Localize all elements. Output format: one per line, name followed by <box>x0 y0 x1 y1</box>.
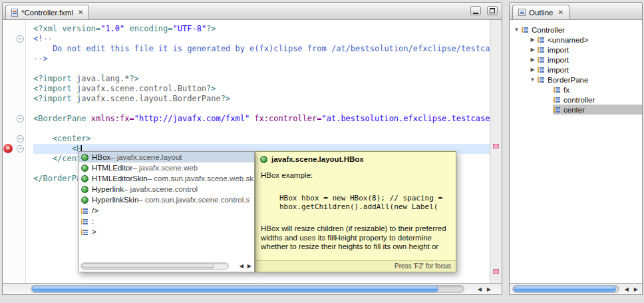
folding-ruler[interactable] <box>14 20 26 283</box>
error-icon[interactable]: ✕ <box>3 144 13 153</box>
code-token: ?> <box>130 74 139 83</box>
completion-detail: – com.sun.javafx.scene.web.sk <box>148 174 253 182</box>
fold-marker-icon[interactable] <box>17 35 24 43</box>
code-line[interactable]: Do not edit this file it is generated by… <box>33 44 490 54</box>
code-line[interactable] <box>33 64 490 74</box>
code-token: Do not edit this file it is generated by… <box>33 44 490 53</box>
editor-tab[interactable]: *Controller.fxml ✕ <box>5 5 89 19</box>
outline-item-fx[interactable]: fx <box>510 85 642 95</box>
minimize-button[interactable] <box>470 6 481 15</box>
element-icon <box>538 36 545 43</box>
outline-item-center[interactable]: center <box>510 105 642 115</box>
collapsed-arrow-icon[interactable]: ▶ <box>528 57 537 63</box>
scrollbar-thumb[interactable] <box>32 286 438 292</box>
annotation-ruler[interactable]: ✕ <box>3 20 14 283</box>
tab-close-icon[interactable]: ✕ <box>78 9 83 16</box>
code-token: <?import <box>33 74 72 83</box>
collapsed-arrow-icon[interactable]: ▶ <box>528 67 537 73</box>
completion-item[interactable]: HyperlinkSkin – com.sun.javafx.scene.con… <box>79 194 254 205</box>
code-token: "UTF-8" <box>173 24 207 33</box>
code-token: xmlns:fx= <box>86 114 134 123</box>
outline-item-controller[interactable]: controller <box>510 95 642 105</box>
completion-label: HyperlinkSkin <box>92 196 138 204</box>
completion-item[interactable]: HTMLEditorSkin – com.sun.javafx.scene.we… <box>79 173 254 184</box>
error-overview-marker[interactable] <box>493 144 499 149</box>
code-token: "at.bestsolution.efxclipse.testcases.f <box>322 114 490 123</box>
outline-tabbar: Outline ✕ <box>510 3 642 20</box>
outline-item-controller[interactable]: ▼Controller <box>510 25 642 35</box>
collapsed-arrow-icon[interactable]: ▶ <box>528 47 537 53</box>
outline-item-highlight: BorderPane <box>537 75 642 85</box>
class-icon <box>81 175 88 182</box>
outline-close-icon[interactable]: ✕ <box>558 9 563 16</box>
outline-item-label: controller <box>564 96 595 104</box>
scrollbar-track[interactable] <box>31 285 464 293</box>
code-token: "1.0" <box>100 24 124 33</box>
scrollbar-arrows: ◀ ▶ <box>478 284 491 294</box>
code-token: <?import <box>33 84 72 93</box>
outline-item-highlight: center <box>553 105 642 115</box>
element-icon <box>538 66 545 73</box>
window-buttons <box>470 6 498 15</box>
code-line[interactable]: <BorderPane xmlns:fx="http://javafx.com/… <box>33 114 490 124</box>
maximize-button[interactable] <box>487 6 498 15</box>
code-token: <?import <box>33 94 72 103</box>
outline-item-import[interactable]: ▶import <box>510 65 642 75</box>
scroll-left-icon[interactable]: ◀ <box>478 286 482 292</box>
popup-scrollbar-track[interactable] <box>80 262 229 270</box>
outline-item-borderpane[interactable]: ▼BorderPane <box>510 75 642 85</box>
code-line[interactable]: <?import java.lang.*?> <box>33 74 490 84</box>
javadoc-body: HBox example: HBox hbox = new HBox(8); /… <box>255 163 456 260</box>
editor-hscrollbar[interactable]: ◀ ▶ <box>3 283 502 294</box>
fold-marker-icon[interactable] <box>17 135 24 143</box>
code-line[interactable]: <!-- <box>33 34 490 44</box>
code-line[interactable]: --> <box>33 54 490 64</box>
scrollbar-track[interactable] <box>512 285 619 293</box>
scroll-right-icon[interactable]: ▶ <box>247 263 251 269</box>
code-line[interactable]: <center> <box>33 134 490 144</box>
completion-detail: – com.sun.javafx.scene.control.s <box>138 196 249 204</box>
outline-tab[interactable]: Outline ✕ <box>512 5 569 19</box>
popup-scrollbar-thumb[interactable] <box>82 264 214 268</box>
class-icon <box>81 186 88 193</box>
expanded-arrow-icon[interactable]: ▼ <box>528 77 537 83</box>
scroll-left-icon[interactable]: ◀ <box>625 286 629 292</box>
completion-item[interactable]: HTMLEditor – javafx.scene.web <box>79 162 254 173</box>
code-line[interactable] <box>33 104 490 114</box>
outline-item-import[interactable]: ▶import <box>510 55 642 65</box>
outline-hscrollbar[interactable]: ◀ ▶ <box>510 283 642 294</box>
code-line[interactable]: <?import javafx.scene.layout.BorderPane?… <box>33 94 490 104</box>
code-line[interactable]: <?xml version="1.0" encoding="UTF-8"?> <box>33 24 490 34</box>
outline-item-unnamed[interactable]: ▶<unnamed> <box>510 35 642 45</box>
code-token: javafx.scene.layout.BorderPane <box>72 94 221 103</box>
element-icon <box>81 207 88 214</box>
javadoc-popup: javafx.scene.layout.HBox HBox example: H… <box>255 151 456 272</box>
expanded-arrow-icon[interactable]: ▼ <box>512 27 521 33</box>
editor-tab-title: *Controller.fxml <box>21 9 73 17</box>
scroll-right-icon[interactable]: ▶ <box>487 286 491 292</box>
completion-item[interactable]: : <box>79 216 254 226</box>
overview-marker[interactable] <box>493 269 499 274</box>
sash[interactable] <box>502 2 509 295</box>
element-icon <box>538 46 545 53</box>
element-icon <box>554 96 561 103</box>
completion-item[interactable]: Hyperlink – javafx.scene.control <box>79 184 254 194</box>
code-token: --> <box>33 54 48 63</box>
outline-item-label: BorderPane <box>548 76 588 84</box>
scroll-right-icon[interactable]: ▶ <box>634 286 638 292</box>
code-line[interactable] <box>33 124 490 134</box>
fold-marker-icon[interactable] <box>17 115 24 123</box>
code-line[interactable]: <?import javafx.scene.control.Button?> <box>33 84 490 94</box>
overview-ruler[interactable] <box>490 20 502 283</box>
collapsed-arrow-icon[interactable]: ▶ <box>528 37 537 43</box>
completion-item[interactable]: HBox – javafx.scene.layout <box>79 152 254 162</box>
fold-marker-icon[interactable] <box>17 145 24 152</box>
completion-item[interactable]: /> <box>79 205 254 216</box>
scroll-left-icon[interactable]: ◀ <box>240 263 243 269</box>
outline-item-label: import <box>548 46 569 54</box>
code-token: ?> <box>206 24 216 33</box>
scrollbar-thumb[interactable] <box>514 286 616 292</box>
completion-item[interactable]: > <box>79 226 254 237</box>
outline-pane: Outline ✕ ▼Controller▶<unnamed>▶import▶i… <box>509 2 643 295</box>
outline-item-import[interactable]: ▶import <box>510 45 642 55</box>
